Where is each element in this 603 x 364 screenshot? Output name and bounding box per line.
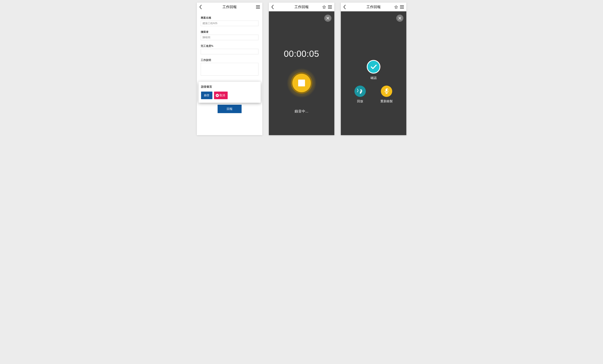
recording-status: 錄音中...	[295, 109, 308, 114]
star-icon[interactable]	[394, 5, 398, 9]
menu-icon[interactable]	[400, 5, 404, 9]
menu-icon[interactable]	[256, 5, 260, 9]
back-icon[interactable]	[343, 5, 346, 9]
topbar: 工作回報	[341, 3, 406, 11]
project-input[interactable]	[201, 21, 258, 26]
form-area: 專案名稱 擔當者 完工進度% 工作說明 回報	[197, 11, 262, 135]
topbar: 工作回報	[197, 3, 262, 11]
menu-icon[interactable]	[328, 5, 332, 9]
check-icon	[367, 60, 380, 74]
voice-popup: 語音留言 錄音 取消	[198, 82, 261, 103]
svg-point-15	[360, 91, 361, 91]
screen-finished: 工作回報 確認	[341, 3, 406, 135]
screen-recording: 工作回報 00:00:05 錄音中...	[269, 3, 334, 135]
close-icon[interactable]	[324, 15, 331, 22]
replay-label: 回放	[357, 99, 363, 103]
submit-button[interactable]: 回報	[218, 105, 242, 113]
back-icon[interactable]	[199, 5, 202, 9]
confirm-button[interactable]: 確認	[367, 60, 380, 80]
back-icon[interactable]	[271, 5, 274, 9]
page-title: 工作回報	[197, 5, 262, 9]
rerecord-button[interactable]: 重新錄製	[380, 86, 393, 103]
screen-form: 工作回報 專案名稱 擔當者 完工進度% 工作說明 回報 語音留言	[197, 3, 262, 135]
owner-input[interactable]	[201, 35, 258, 40]
record-button[interactable]: 錄音	[201, 91, 212, 99]
cancel-label: 取消	[220, 93, 225, 97]
cancel-x-icon	[216, 94, 219, 97]
recording-timer: 00:00:05	[284, 49, 319, 59]
desc-label: 工作說明	[201, 58, 258, 62]
ear-icon	[354, 86, 366, 97]
finished-overlay: 確認 回放	[341, 11, 406, 135]
rerecord-label: 重新錄製	[380, 99, 393, 103]
progress-label: 完工進度%	[201, 45, 258, 48]
owner-label: 擔當者	[201, 30, 258, 34]
star-icon[interactable]	[322, 5, 326, 9]
stop-button[interactable]	[287, 68, 316, 98]
replay-button[interactable]: 回放	[354, 86, 366, 103]
cancel-button[interactable]: 取消	[214, 91, 228, 99]
close-icon[interactable]	[396, 15, 403, 22]
desc-textarea[interactable]	[201, 63, 258, 76]
recording-overlay: 00:00:05 錄音中...	[269, 11, 334, 135]
confirm-label: 確認	[371, 76, 377, 80]
project-label: 專案名稱	[201, 16, 258, 20]
stop-icon	[298, 80, 305, 86]
topbar: 工作回報	[269, 3, 334, 11]
progress-input[interactable]	[201, 49, 258, 54]
voice-popup-title: 語音留言	[201, 85, 258, 89]
mic-redo-icon	[381, 86, 392, 97]
action-cluster: 確認 回放	[341, 60, 406, 103]
